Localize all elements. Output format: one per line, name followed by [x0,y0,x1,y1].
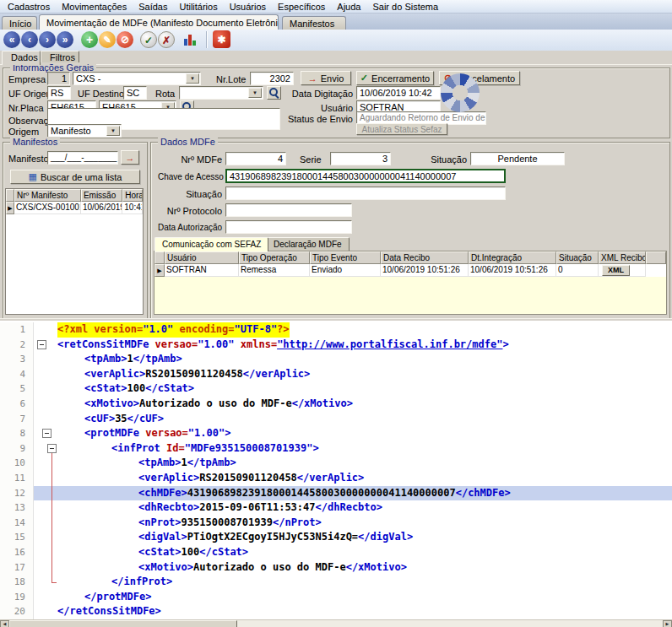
envio-button-label: Envio [321,73,344,84]
origem-combo[interactable]: Manifesto ▼ [47,124,122,138]
xml-code: <infProt Id="MDFe935150008701939"> [111,441,319,457]
xml-line-17: 17<xMotivo>Autorizado o uso do MDF-e</xM… [0,560,672,576]
line-number: 3 [0,352,34,367]
uf-destino-field[interactable]: SC [123,86,147,100]
chevron-down-icon[interactable]: ▼ [186,73,199,84]
insert-record-button[interactable]: + [81,31,98,48]
rota-combo[interactable]: ▼ [179,86,263,100]
xml-code: <protMDFe versao="1.00"> [84,426,230,441]
manifesto-label: Manifesto [8,154,49,164]
tab-comunicacao-sefaz[interactable]: Comunicação com SEFAZ [154,237,268,251]
chart-bar-icon [192,41,196,46]
first-record-button[interactable]: « [3,31,20,48]
cell-tipo-operacao: Remessa [239,264,310,277]
col-xml-recibo: XML Recibo [599,251,646,264]
xml-line-9: 9<infProt Id="MDFe935150008701939"> [0,441,672,457]
cell-dt-integracao: 10/06/2019 10:51:26 [469,264,556,277]
xml-line-10: 10<tpAmb>1</tpAmb> [0,456,672,471]
prior-record-button[interactable]: ‹ [21,31,38,48]
xml-code: </retConsSitMDFe> [57,604,161,619]
scroll-right-button[interactable]: ▶ [663,620,672,627]
xml-code: <cStat>100</cStat> [84,381,194,397]
xml-code: <xMotivo>Autorizado o uso do MDF-e</xMot… [138,560,407,576]
manifesto-go-button[interactable]: → [121,150,139,165]
chart-bar-icon [184,39,187,46]
tab-declaracao-mdfe[interactable]: Declaração MDFe [266,237,350,251]
buscar-lista-button[interactable]: ▦ Buscar de uma lista [10,170,140,184]
tab-movimentacao-mdfe[interactable]: Movimentação de MDFe (Manifesto Document… [39,14,279,30]
horizontal-scrollbar[interactable]: ◀ ▶ [0,619,672,627]
xml-code: </infProt> [111,575,172,590]
tab-dados[interactable]: Dados [2,51,41,65]
xml-line-19: 19</protMDFe> [0,590,672,605]
cell-tipo-evento: Enviado [310,264,381,277]
fold-collapse-icon[interactable] [47,444,57,453]
encerramento-button-label: Encerramento [371,73,430,84]
menu-item-movimentacoes[interactable]: Movimentações [56,1,133,13]
delete-record-button[interactable]: ⊘ [117,31,133,48]
envio-button[interactable]: → Envio [301,71,351,85]
chevron-down-icon[interactable]: ▼ [248,88,262,98]
app-window: Cadastros Movimentações Saídas Utilitári… [0,0,672,627]
menu-item-especificos[interactable]: Específicos [272,1,331,13]
manifesto-row[interactable]: ▶ CXS/CXS-0010010 10/06/2019 10:41 [6,202,143,214]
tab-inicio-label: Início [9,19,31,29]
menu-item-usuarios[interactable]: Usuários [224,1,272,13]
chart-button[interactable] [181,30,199,49]
rota-search-button[interactable] [267,86,281,100]
line-number: 7 [0,412,34,427]
page-tab-strip: Dados Filtros [0,51,672,64]
group-manifestos: Manifestos Manifesto ___/___-_______ → ▦… [3,142,148,319]
col-emissao: Emissão [81,189,122,202]
brand-icon: ✱ [213,30,230,48]
fold-collapse-icon[interactable] [42,429,51,438]
scroll-left-button[interactable]: ◀ [0,620,9,627]
xml-recibo-button[interactable]: XML [602,265,630,276]
lote-field[interactable]: 2302 [250,72,294,85]
menu-item-saidas[interactable]: Saídas [133,1,173,13]
fold-collapse-icon[interactable] [37,340,46,349]
post-record-button[interactable]: ✓ [140,31,157,48]
col-tipo-operacao: Tipo Operação [239,251,310,264]
line-number: 11 [0,471,34,486]
xml-line-7: 7<cUF>35</cUF> [0,412,672,427]
situacao-label: Situação [158,189,222,199]
manifestos-grid-header: Nrº Manifesto Emissão Hora [6,189,143,202]
cancel-record-button[interactable]: ✗ [158,31,175,48]
empresa-combo[interactable]: CXS - ▼ [73,72,201,85]
uf-origem-field[interactable]: RS [47,86,71,100]
last-record-button[interactable]: » [57,31,73,48]
xml-line-15: 15<digVal>PTiOgtX2ECgoyI5HJyC53N5i4zQ=</… [0,530,672,545]
menu-bar: Cadastros Movimentações Saídas Utilitári… [0,0,672,14]
atualiza-status-button[interactable]: Atualiza Status Sefaz [356,123,447,135]
menu-item-utilitarios[interactable]: Utilitários [173,1,223,13]
menu-item-cadastros[interactable]: Cadastros [2,1,56,13]
fold-guide-line [51,453,52,582]
tab-inicio[interactable]: Início [2,16,37,30]
placa-label: Nr.Placa [8,103,44,113]
manifesto-mask-input[interactable]: ___/___-_______ [47,151,118,165]
menu-item-ajuda[interactable]: Ajuda [331,1,366,13]
usuario-label: Usuário [290,103,353,113]
edit-record-button[interactable]: ✎ [99,31,116,48]
line-number: 15 [0,530,34,545]
row-marker-icon: ▶ [6,202,14,214]
xml-line-16: 16<cStat>100</cStat> [0,545,672,560]
encerramento-button[interactable]: ✓ Encerramento [356,71,434,85]
xml-line-6: 6<xMotivo>Autorizado o uso do MDF-e</xMo… [0,397,672,412]
xml-line-8: 8<protMDFe versao="1.00"> [0,426,672,441]
tab-manifestos[interactable]: Manifestos [282,16,346,30]
xml-line-2: 2<retConsSitMDFe versao="1.00" xmlns="ht… [0,338,672,353]
menu-item-sair[interactable]: Sair do Sistema [366,1,444,13]
xml-lines: 1<?xml version="1.0" encoding="UTF-8"?>2… [0,321,672,619]
xml-line-20: 20</retConsSitMDFe> [0,604,672,619]
sefaz-row[interactable]: ▶ SOFTRAN Remessa Enviado 10/06/2019 10:… [154,264,666,277]
next-record-button[interactable]: › [39,31,56,48]
scrollbar-thumb[interactable] [9,620,237,627]
xml-code: <tpAmb>1</tpAmb> [138,456,236,471]
status-envio-label: Status de Envio [285,114,353,124]
comunicacao-sefaz-panel: Usuário Tipo Operação Tipo Evento Data R… [154,251,667,315]
chevron-down-icon[interactable]: ▼ [106,126,120,136]
empresa-code-field[interactable]: 1 [47,72,70,85]
chave-acesso-field[interactable]: 4319068982391800014458003000000004114000… [225,169,506,183]
